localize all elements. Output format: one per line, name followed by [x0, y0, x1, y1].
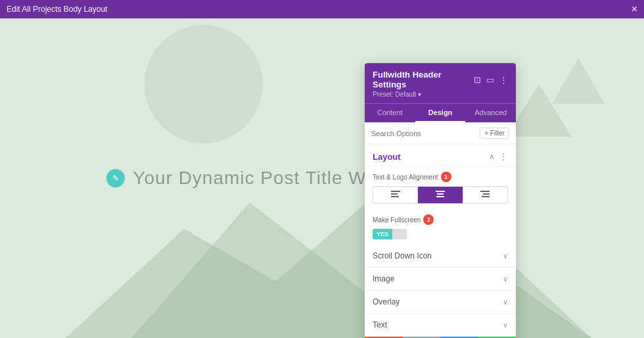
tab-advanced[interactable]: Advanced — [465, 104, 516, 122]
panel-body: Layout ∧ ⋮ Text & Logo Alignment 1 — [365, 145, 516, 337]
svg-rect-5 — [391, 191, 400, 192]
scroll-down-icon-header[interactable]: Scroll Down Icon ∨ — [365, 245, 516, 267]
tab-design[interactable]: Design — [415, 104, 466, 122]
svg-rect-7 — [391, 196, 399, 197]
tab-content[interactable]: Content — [365, 104, 415, 122]
fullscreen-toggle[interactable]: YES — [373, 229, 508, 239]
image-section: Image ∨ — [365, 268, 516, 291]
make-fullscreen-label: Make Fullscreen 2 — [373, 214, 508, 225]
layout-section-header: Layout ∧ ⋮ — [365, 145, 516, 166]
svg-rect-10 — [436, 196, 444, 197]
section-more-icon[interactable]: ⋮ — [499, 151, 508, 162]
svg-rect-6 — [391, 193, 398, 195]
canvas: ✎ Your Dynamic Post Title W... Fullwidth… — [0, 18, 644, 338]
align-center-button[interactable] — [418, 187, 463, 203]
panel-title: Fullwidth Header Settings — [373, 70, 474, 89]
image-header[interactable]: Image ∨ — [365, 268, 516, 290]
svg-marker-4 — [552, 58, 605, 104]
top-bar-title: Edit All Projects Body Layout — [7, 5, 107, 14]
scroll-down-chevron-icon: ∨ — [503, 252, 508, 260]
minimize-icon[interactable]: ⊡ — [474, 75, 481, 85]
overlay-header[interactable]: Overlay ∨ — [365, 291, 516, 313]
badge-1: 1 — [441, 172, 451, 182]
svg-rect-11 — [480, 191, 490, 192]
svg-rect-8 — [436, 191, 445, 192]
text-title: Text — [373, 320, 387, 329]
layout-title: Layout — [373, 152, 401, 162]
overlay-section: Overlay ∨ — [365, 291, 516, 314]
toggle-yes[interactable]: YES — [373, 229, 392, 239]
panel-preset[interactable]: Preset: Default ▾ — [373, 91, 508, 98]
panel-header-icons: ⊡ ▭ ⋮ — [474, 75, 508, 85]
settings-panel: Fullwidth Header Settings ⊡ ▭ ⋮ Preset: … — [365, 63, 516, 338]
text-logo-alignment-row: Text & Logo Alignment 1 — [365, 166, 516, 209]
toggle-no[interactable] — [392, 229, 407, 239]
expand-icon[interactable]: ▭ — [486, 75, 494, 85]
scroll-down-icon-section: Scroll Down Icon ∨ — [365, 245, 516, 268]
text-section: Text ∨ — [365, 314, 516, 337]
canvas-center-content: ✎ Your Dynamic Post Title W... — [106, 168, 382, 189]
text-chevron-icon: ∨ — [503, 321, 508, 329]
svg-rect-12 — [483, 193, 490, 195]
text-header[interactable]: Text ∨ — [365, 314, 516, 336]
svg-rect-9 — [437, 193, 444, 195]
search-row: + Filter — [365, 122, 516, 145]
edit-icon[interactable]: ✎ — [106, 169, 125, 187]
close-icon[interactable]: × — [632, 4, 637, 14]
collapse-icon[interactable]: ∧ — [489, 152, 495, 161]
svg-rect-13 — [482, 196, 490, 197]
overlay-chevron-icon: ∨ — [503, 298, 508, 306]
badge-2: 2 — [423, 214, 434, 225]
section-controls: ∧ ⋮ — [489, 151, 508, 162]
panel-tabs: Content Design Advanced — [365, 103, 516, 122]
make-fullscreen-row: Make Fullscreen 2 YES — [365, 209, 516, 245]
align-left-button[interactable] — [373, 187, 418, 203]
overlay-title: Overlay — [373, 297, 400, 306]
canvas-post-title: Your Dynamic Post Title W... — [133, 168, 382, 189]
filter-button[interactable]: + Filter — [480, 128, 509, 139]
image-chevron-icon: ∨ — [503, 275, 508, 283]
more-options-icon[interactable]: ⋮ — [499, 75, 508, 85]
svg-point-0 — [145, 25, 263, 143]
align-right-button[interactable] — [463, 187, 507, 203]
text-logo-alignment-label: Text & Logo Alignment 1 — [373, 172, 508, 182]
top-bar: Edit All Projects Body Layout × — [0, 0, 644, 18]
image-title: Image — [373, 274, 394, 283]
panel-header: Fullwidth Header Settings ⊡ ▭ ⋮ Preset: … — [365, 63, 516, 103]
scroll-down-icon-title: Scroll Down Icon — [373, 251, 432, 260]
search-input[interactable] — [371, 130, 476, 137]
alignment-buttons — [373, 186, 508, 204]
